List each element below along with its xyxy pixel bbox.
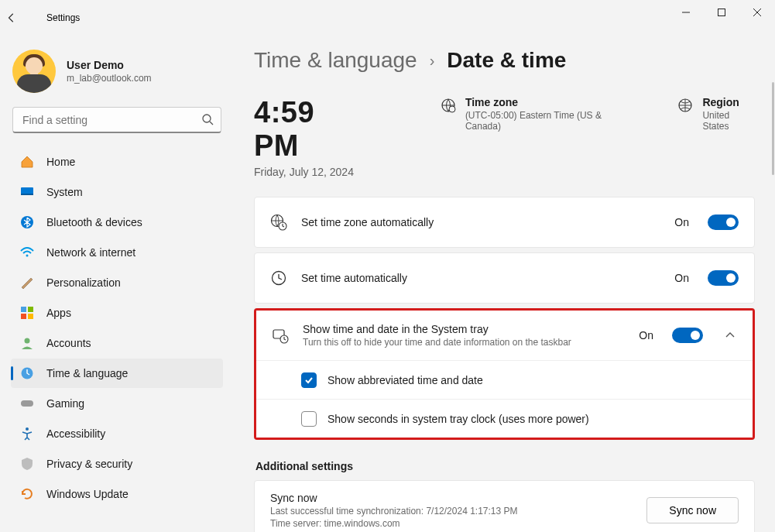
sidebar-item-time-language[interactable]: Time & language xyxy=(11,359,223,388)
system-icon xyxy=(20,185,34,199)
sync-title: Sync now xyxy=(270,492,646,504)
highlight-box: Show time and date in the System tray Tu… xyxy=(254,308,755,440)
globe-icon xyxy=(441,98,456,113)
user-tile[interactable]: User Demo m_lab@outlook.com xyxy=(8,42,226,107)
checkbox-label: Show abbreviated time and date xyxy=(327,374,483,386)
breadcrumb: Time & language › Date & time xyxy=(254,48,755,73)
checkbox-icon[interactable] xyxy=(301,411,317,427)
sidebar-item-label: Accessibility xyxy=(46,427,105,440)
home-icon xyxy=(20,155,34,169)
checkbox-abbreviated[interactable]: Show abbreviated time and date xyxy=(256,360,753,399)
update-icon xyxy=(20,487,34,501)
back-button[interactable] xyxy=(6,12,33,23)
sidebar-item-label: Gaming xyxy=(46,397,84,410)
svg-point-17 xyxy=(26,427,29,431)
sidebar-item-accounts[interactable]: Accounts xyxy=(11,328,223,358)
gamepad-icon xyxy=(20,396,34,410)
maximize-button[interactable] xyxy=(704,0,739,25)
sidebar-item-label: Network & internet xyxy=(46,246,135,259)
toggle-systray-time[interactable] xyxy=(672,328,703,343)
wifi-icon xyxy=(20,245,34,259)
svg-rect-12 xyxy=(21,314,26,319)
info-row: 4:59 PM Friday, July 12, 2024 Time zone … xyxy=(254,96,755,178)
sidebar-item-personalization[interactable]: Personalization xyxy=(11,268,223,297)
row-title: Set time zone automatically xyxy=(301,216,660,228)
sidebar-item-privacy[interactable]: Privacy & security xyxy=(11,449,223,479)
sidebar-item-home[interactable]: Home xyxy=(11,147,223,177)
sidebar-item-label: Privacy & security xyxy=(46,458,132,470)
sidebar-item-apps[interactable]: Apps xyxy=(11,298,223,328)
svg-rect-16 xyxy=(21,400,33,407)
minimize-button[interactable] xyxy=(668,0,704,25)
sidebar-item-accessibility[interactable]: Accessibility xyxy=(11,419,223,448)
svg-point-9 xyxy=(26,255,29,257)
region-label: Region xyxy=(702,96,755,108)
main-content: Time & language › Date & time 4:59 PM Fr… xyxy=(232,36,775,532)
avatar xyxy=(12,50,56,93)
globe-clock-icon xyxy=(270,214,287,231)
sidebar-item-system[interactable]: System xyxy=(11,177,223,207)
sidebar-item-bluetooth[interactable]: Bluetooth & devices xyxy=(11,208,223,237)
sidebar-item-network[interactable]: Network & internet xyxy=(11,238,223,267)
sidebar-item-label: Personalization xyxy=(46,276,121,289)
sidebar: User Demo m_lab@outlook.com Home System … xyxy=(0,36,232,532)
sidebar-item-label: Time & language xyxy=(46,367,128,379)
window-controls xyxy=(668,0,775,25)
taskbar-clock-icon xyxy=(272,327,289,344)
toggle-state-label: On xyxy=(674,216,689,228)
svg-rect-7 xyxy=(21,194,33,195)
checkbox-label: Show seconds in system tray clock (uses … xyxy=(327,413,589,425)
sync-card: Sync now Last successful time synchroniz… xyxy=(254,480,755,532)
scrollbar-thumb[interactable] xyxy=(772,82,774,175)
region-value: United States xyxy=(702,110,755,132)
timezone-label: Time zone xyxy=(465,96,632,108)
section-heading-additional: Additional settings xyxy=(255,460,755,472)
row-title: Show time and date in the System tray xyxy=(303,323,625,335)
timezone-value: (UTC-05:00) Eastern Time (US & Canada) xyxy=(465,110,632,132)
titlebar: Settings xyxy=(0,0,775,36)
chevron-up-icon[interactable] xyxy=(725,330,737,341)
clock-icon xyxy=(270,269,287,287)
sidebar-item-label: Accounts xyxy=(46,337,91,349)
search-icon xyxy=(201,113,214,125)
sidebar-item-label: Home xyxy=(46,156,75,168)
svg-point-14 xyxy=(25,338,30,344)
current-date: Friday, July 12, 2024 xyxy=(254,166,363,178)
toggle-state-label: On xyxy=(674,272,689,284)
svg-rect-13 xyxy=(28,314,33,319)
chevron-right-icon: › xyxy=(430,52,435,70)
person-icon xyxy=(20,336,34,350)
sidebar-item-gaming[interactable]: Gaming xyxy=(11,389,223,418)
sidebar-item-label: Bluetooth & devices xyxy=(46,216,142,228)
sidebar-nav: Home System Bluetooth & devices Network … xyxy=(8,147,226,509)
sidebar-item-label: Windows Update xyxy=(46,488,129,500)
sidebar-item-windows-update[interactable]: Windows Update xyxy=(11,479,223,509)
row-auto-time[interactable]: Set time automatically On xyxy=(254,252,755,304)
sync-now-button[interactable]: Sync now xyxy=(646,497,739,523)
svg-rect-1 xyxy=(718,9,725,16)
region-icon xyxy=(677,98,693,113)
toggle-auto-timezone[interactable] xyxy=(708,215,739,230)
breadcrumb-parent[interactable]: Time & language xyxy=(254,48,417,73)
svg-point-4 xyxy=(203,115,211,122)
close-button[interactable] xyxy=(739,0,775,25)
row-systray-time[interactable]: Show time and date in the System tray Tu… xyxy=(256,311,753,360)
checkbox-seconds[interactable]: Show seconds in system tray clock (uses … xyxy=(256,399,753,438)
svg-rect-11 xyxy=(28,307,33,312)
toggle-auto-time[interactable] xyxy=(708,270,739,286)
scrollbar[interactable] xyxy=(770,36,775,532)
current-time: 4:59 PM xyxy=(254,96,363,163)
user-email: m_lab@outlook.com xyxy=(67,73,152,84)
page-title: Date & time xyxy=(447,48,566,73)
sync-server: Time server: time.windows.com xyxy=(270,518,646,529)
row-subtitle: Turn this off to hide your time and date… xyxy=(303,337,625,348)
svg-line-5 xyxy=(210,122,213,125)
row-auto-timezone[interactable]: Set time zone automatically On xyxy=(254,197,755,248)
search-input[interactable] xyxy=(12,107,221,133)
apps-icon xyxy=(20,306,34,320)
window-title: Settings xyxy=(46,12,80,23)
checkbox-icon[interactable] xyxy=(301,372,317,388)
clock-globe-icon xyxy=(20,366,34,380)
paintbrush-icon xyxy=(20,276,34,290)
sidebar-item-label: Apps xyxy=(46,307,71,319)
